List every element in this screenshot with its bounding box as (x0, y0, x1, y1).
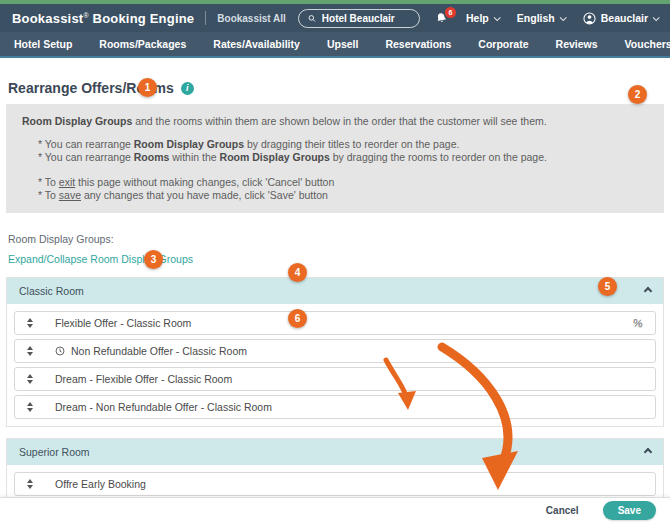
hotel-search-box[interactable] (298, 9, 420, 28)
nav-rooms-packages[interactable]: Rooms/Packages (99, 38, 186, 50)
room-row[interactable]: Non Refundable Offer - Classic Room (14, 339, 656, 363)
annotation-5: 5 (598, 277, 617, 296)
annotation-6: 6 (288, 309, 307, 328)
action-bar: Cancel Save (0, 497, 670, 523)
account-label: Bookassist All (217, 13, 286, 24)
instructions-save-bullets: * To exit this page without making chang… (22, 176, 648, 202)
annotation-3: 3 (144, 250, 163, 269)
app-logo: Bookassist® Booking Engine (12, 11, 194, 26)
chevron-down-icon (493, 14, 500, 21)
expand-collapse-link[interactable]: Expand/Collapse Room Display Groups (8, 253, 193, 265)
nav-corporate[interactable]: Corporate (478, 38, 528, 50)
room-row[interactable]: Dream - Non Refundable Offer - Classic R… (14, 395, 656, 419)
chevron-up-icon[interactable] (644, 448, 652, 456)
annotation-2: 2 (628, 85, 647, 104)
nav-hotel-setup[interactable]: Hotel Setup (14, 38, 72, 50)
drag-handle-icon[interactable] (27, 374, 33, 384)
room-row[interactable]: Flexible Offer - Classic Room % (14, 311, 656, 335)
main-nav: Hotel Setup Rooms/Packages Rates/Availab… (0, 32, 670, 58)
nav-vouchers[interactable]: Vouchers (625, 38, 670, 50)
notifications-button[interactable]: 6 (435, 12, 448, 25)
notification-badge: 6 (445, 7, 456, 18)
drag-handle-icon[interactable] (27, 479, 33, 489)
app-header: Bookassist® Booking Engine Bookassist Al… (0, 4, 670, 32)
group-header-superior-room[interactable]: Superior Room (7, 439, 663, 465)
header-divider (205, 11, 206, 25)
person-icon (583, 12, 596, 25)
instructions-rearrange-bullets: * You can rearrange Room Display Groups … (22, 138, 648, 164)
drag-handle-icon[interactable] (27, 402, 33, 412)
main-content: Rearrange Offers/Rooms i Room Display Gr… (0, 80, 670, 523)
room-row[interactable]: Dream - Flexible Offer - Classic Room (14, 367, 656, 391)
drag-handle-icon[interactable] (27, 346, 33, 356)
room-display-groups-label: Room Display Groups: (8, 233, 662, 245)
cancel-button[interactable]: Cancel (546, 505, 579, 516)
annotation-4: 4 (288, 263, 307, 282)
save-button[interactable]: Save (603, 501, 656, 520)
room-row[interactable]: Offre Early Booking (14, 472, 656, 496)
help-menu[interactable]: Help (466, 12, 499, 24)
nav-reservations[interactable]: Reservations (385, 38, 451, 50)
nav-rates-availability[interactable]: Rates/Availability (213, 38, 300, 50)
search-icon (308, 13, 316, 24)
chevron-down-icon (653, 14, 660, 21)
clock-icon (55, 346, 65, 356)
nav-upsell[interactable]: Upsell (327, 38, 359, 50)
group-header-classic-room[interactable]: Classic Room (7, 278, 663, 304)
drag-handle-icon[interactable] (27, 318, 33, 328)
instructions-intro: Room Display Groups and the rooms within… (22, 115, 648, 128)
group-section-classic-room: Classic Room Flexible Offer - Classic Ro… (6, 277, 664, 427)
search-input[interactable] (322, 13, 410, 24)
info-icon[interactable]: i (181, 82, 194, 95)
user-menu[interactable]: Beauclair (583, 12, 658, 25)
chevron-up-icon[interactable] (644, 287, 652, 295)
instructions-box: Room Display Groups and the rooms within… (6, 104, 664, 213)
language-menu[interactable]: English (517, 12, 565, 24)
nav-reviews[interactable]: Reviews (556, 38, 598, 50)
annotation-1: 1 (138, 78, 157, 97)
chevron-down-icon (559, 14, 566, 21)
percent-icon: % (632, 316, 643, 329)
